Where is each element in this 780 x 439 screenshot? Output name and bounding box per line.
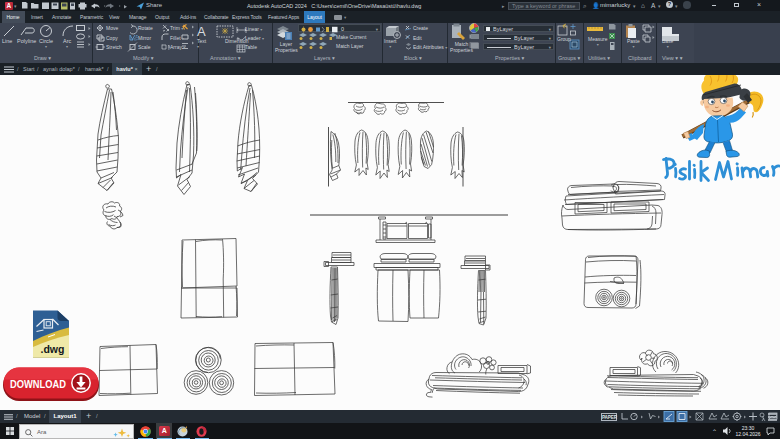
svg-text:DOWNLOAD: DOWNLOAD [10, 379, 66, 390]
svg-text:.dwg: .dwg [41, 343, 65, 355]
